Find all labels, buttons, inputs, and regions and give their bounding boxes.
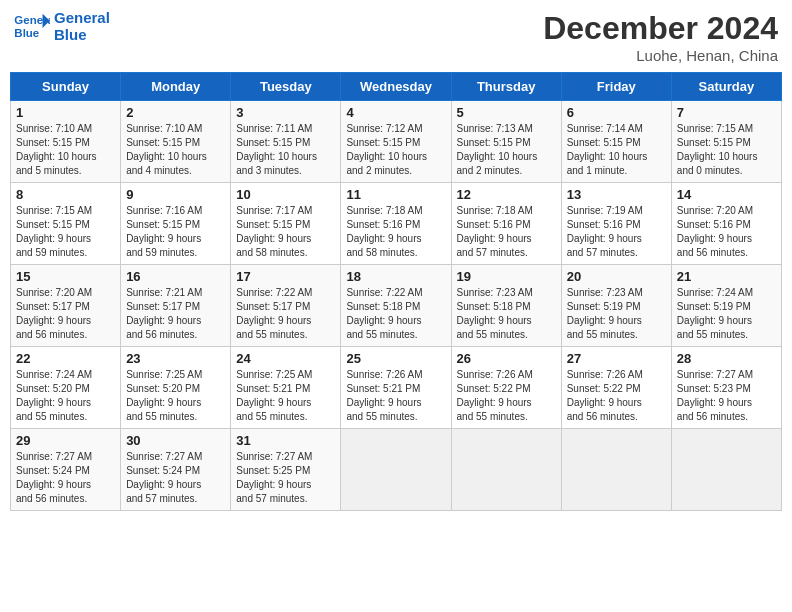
day-info: Sunrise: 7:17 AM Sunset: 5:15 PM Dayligh… (236, 204, 335, 260)
day-number: 26 (457, 351, 556, 366)
day-info: Sunrise: 7:23 AM Sunset: 5:19 PM Dayligh… (567, 286, 666, 342)
calendar-cell: 26Sunrise: 7:26 AM Sunset: 5:22 PM Dayli… (451, 347, 561, 429)
calendar-cell (341, 429, 451, 511)
calendar-cell: 27Sunrise: 7:26 AM Sunset: 5:22 PM Dayli… (561, 347, 671, 429)
calendar-table: SundayMondayTuesdayWednesdayThursdayFrid… (10, 72, 782, 511)
calendar-cell: 16Sunrise: 7:21 AM Sunset: 5:17 PM Dayli… (121, 265, 231, 347)
day-info: Sunrise: 7:27 AM Sunset: 5:23 PM Dayligh… (677, 368, 776, 424)
day-number: 7 (677, 105, 776, 120)
day-info: Sunrise: 7:26 AM Sunset: 5:21 PM Dayligh… (346, 368, 445, 424)
calendar-cell: 30Sunrise: 7:27 AM Sunset: 5:24 PM Dayli… (121, 429, 231, 511)
calendar-subtitle: Luohe, Henan, China (543, 47, 778, 64)
day-number: 16 (126, 269, 225, 284)
calendar-cell: 3Sunrise: 7:11 AM Sunset: 5:15 PM Daylig… (231, 101, 341, 183)
calendar-cell: 5Sunrise: 7:13 AM Sunset: 5:15 PM Daylig… (451, 101, 561, 183)
calendar-cell: 21Sunrise: 7:24 AM Sunset: 5:19 PM Dayli… (671, 265, 781, 347)
day-number: 30 (126, 433, 225, 448)
weekday-header: Sunday (11, 73, 121, 101)
day-number: 23 (126, 351, 225, 366)
day-number: 18 (346, 269, 445, 284)
day-number: 22 (16, 351, 115, 366)
calendar-cell: 13Sunrise: 7:19 AM Sunset: 5:16 PM Dayli… (561, 183, 671, 265)
day-info: Sunrise: 7:10 AM Sunset: 5:15 PM Dayligh… (16, 122, 115, 178)
calendar-cell: 18Sunrise: 7:22 AM Sunset: 5:18 PM Dayli… (341, 265, 451, 347)
day-info: Sunrise: 7:24 AM Sunset: 5:20 PM Dayligh… (16, 368, 115, 424)
day-number: 1 (16, 105, 115, 120)
day-info: Sunrise: 7:11 AM Sunset: 5:15 PM Dayligh… (236, 122, 335, 178)
day-number: 3 (236, 105, 335, 120)
weekday-header: Thursday (451, 73, 561, 101)
day-info: Sunrise: 7:27 AM Sunset: 5:25 PM Dayligh… (236, 450, 335, 506)
calendar-cell: 4Sunrise: 7:12 AM Sunset: 5:15 PM Daylig… (341, 101, 451, 183)
weekday-header: Tuesday (231, 73, 341, 101)
day-info: Sunrise: 7:25 AM Sunset: 5:20 PM Dayligh… (126, 368, 225, 424)
day-info: Sunrise: 7:12 AM Sunset: 5:15 PM Dayligh… (346, 122, 445, 178)
day-number: 25 (346, 351, 445, 366)
day-info: Sunrise: 7:16 AM Sunset: 5:15 PM Dayligh… (126, 204, 225, 260)
day-number: 27 (567, 351, 666, 366)
logo-text: General (54, 10, 110, 27)
day-number: 10 (236, 187, 335, 202)
calendar-cell: 9Sunrise: 7:16 AM Sunset: 5:15 PM Daylig… (121, 183, 231, 265)
day-number: 24 (236, 351, 335, 366)
calendar-cell: 29Sunrise: 7:27 AM Sunset: 5:24 PM Dayli… (11, 429, 121, 511)
day-info: Sunrise: 7:19 AM Sunset: 5:16 PM Dayligh… (567, 204, 666, 260)
calendar-cell (671, 429, 781, 511)
calendar-title: December 2024 (543, 10, 778, 47)
day-number: 19 (457, 269, 556, 284)
calendar-cell: 25Sunrise: 7:26 AM Sunset: 5:21 PM Dayli… (341, 347, 451, 429)
calendar-cell: 17Sunrise: 7:22 AM Sunset: 5:17 PM Dayli… (231, 265, 341, 347)
day-number: 13 (567, 187, 666, 202)
logo-text2: Blue (54, 27, 110, 44)
day-number: 15 (16, 269, 115, 284)
day-number: 6 (567, 105, 666, 120)
weekday-header: Saturday (671, 73, 781, 101)
day-number: 8 (16, 187, 115, 202)
calendar-cell: 10Sunrise: 7:17 AM Sunset: 5:15 PM Dayli… (231, 183, 341, 265)
day-info: Sunrise: 7:18 AM Sunset: 5:16 PM Dayligh… (457, 204, 556, 260)
calendar-cell: 2Sunrise: 7:10 AM Sunset: 5:15 PM Daylig… (121, 101, 231, 183)
day-info: Sunrise: 7:22 AM Sunset: 5:18 PM Dayligh… (346, 286, 445, 342)
calendar-cell (451, 429, 561, 511)
title-block: December 2024 Luohe, Henan, China (543, 10, 778, 64)
calendar-cell: 31Sunrise: 7:27 AM Sunset: 5:25 PM Dayli… (231, 429, 341, 511)
day-number: 4 (346, 105, 445, 120)
day-info: Sunrise: 7:14 AM Sunset: 5:15 PM Dayligh… (567, 122, 666, 178)
day-info: Sunrise: 7:21 AM Sunset: 5:17 PM Dayligh… (126, 286, 225, 342)
calendar-cell: 20Sunrise: 7:23 AM Sunset: 5:19 PM Dayli… (561, 265, 671, 347)
day-info: Sunrise: 7:26 AM Sunset: 5:22 PM Dayligh… (457, 368, 556, 424)
page-header: General Blue General Blue December 2024 … (10, 10, 782, 64)
calendar-cell: 22Sunrise: 7:24 AM Sunset: 5:20 PM Dayli… (11, 347, 121, 429)
day-info: Sunrise: 7:15 AM Sunset: 5:15 PM Dayligh… (16, 204, 115, 260)
day-info: Sunrise: 7:10 AM Sunset: 5:15 PM Dayligh… (126, 122, 225, 178)
day-number: 9 (126, 187, 225, 202)
logo: General Blue General Blue (14, 10, 110, 43)
calendar-cell (561, 429, 671, 511)
calendar-cell: 15Sunrise: 7:20 AM Sunset: 5:17 PM Dayli… (11, 265, 121, 347)
day-info: Sunrise: 7:15 AM Sunset: 5:15 PM Dayligh… (677, 122, 776, 178)
calendar-cell: 23Sunrise: 7:25 AM Sunset: 5:20 PM Dayli… (121, 347, 231, 429)
calendar-cell: 11Sunrise: 7:18 AM Sunset: 5:16 PM Dayli… (341, 183, 451, 265)
day-number: 11 (346, 187, 445, 202)
logo-icon: General Blue (14, 12, 50, 42)
day-info: Sunrise: 7:13 AM Sunset: 5:15 PM Dayligh… (457, 122, 556, 178)
day-info: Sunrise: 7:25 AM Sunset: 5:21 PM Dayligh… (236, 368, 335, 424)
calendar-cell: 7Sunrise: 7:15 AM Sunset: 5:15 PM Daylig… (671, 101, 781, 183)
day-number: 17 (236, 269, 335, 284)
calendar-cell: 12Sunrise: 7:18 AM Sunset: 5:16 PM Dayli… (451, 183, 561, 265)
weekday-header: Wednesday (341, 73, 451, 101)
day-info: Sunrise: 7:20 AM Sunset: 5:16 PM Dayligh… (677, 204, 776, 260)
weekday-header: Monday (121, 73, 231, 101)
day-number: 31 (236, 433, 335, 448)
day-number: 21 (677, 269, 776, 284)
day-number: 29 (16, 433, 115, 448)
day-number: 12 (457, 187, 556, 202)
calendar-cell: 14Sunrise: 7:20 AM Sunset: 5:16 PM Dayli… (671, 183, 781, 265)
day-info: Sunrise: 7:24 AM Sunset: 5:19 PM Dayligh… (677, 286, 776, 342)
day-number: 5 (457, 105, 556, 120)
day-number: 28 (677, 351, 776, 366)
calendar-cell: 19Sunrise: 7:23 AM Sunset: 5:18 PM Dayli… (451, 265, 561, 347)
day-number: 20 (567, 269, 666, 284)
day-info: Sunrise: 7:22 AM Sunset: 5:17 PM Dayligh… (236, 286, 335, 342)
calendar-cell: 6Sunrise: 7:14 AM Sunset: 5:15 PM Daylig… (561, 101, 671, 183)
